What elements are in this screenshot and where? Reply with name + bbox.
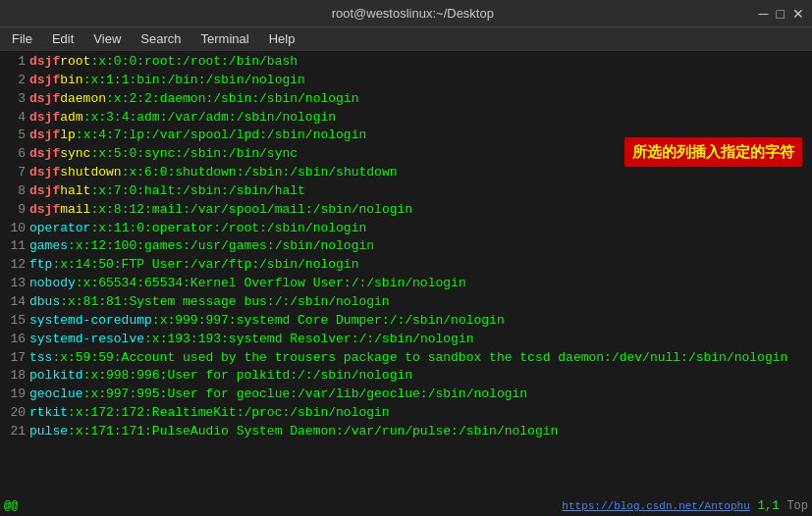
line-content: dsjfmail:x:8:12:mail:/var/spool/mail:/sb… — [29, 201, 412, 220]
close-button[interactable]: ✕ — [792, 7, 804, 21]
line-content: dsjfadm:x:3:4:adm:/var/adm:/sbin/nologin — [29, 109, 336, 128]
line-number: 8 — [4, 182, 26, 201]
table-row: 3dsjfdaemon:x:2:2:daemon:/sbin:/sbin/nol… — [4, 90, 808, 109]
table-row: 13nobody:x:65534:65534:Kernel Overflow U… — [4, 275, 808, 293]
line-number: 15 — [4, 312, 26, 331]
line-content: systemd-coredump:x:999:997:systemd Core … — [29, 312, 505, 331]
menu-item-terminal[interactable]: Terminal — [193, 29, 257, 48]
line-content: geoclue:x:997:995:User for geoclue:/var/… — [29, 386, 527, 404]
line-content: dbus:x:81:81:System message bus:/:/sbin/… — [29, 293, 390, 312]
scroll-position: Top — [786, 498, 808, 515]
line-content: dsjfdaemon:x:2:2:daemon:/sbin:/sbin/nolo… — [29, 90, 358, 109]
bottom-right: https://blog.csdn.net/Antophu 1,1 Top — [562, 498, 808, 515]
line-content: pulse:x:171:171:PulseAudio System Daemon… — [29, 423, 558, 441]
window-controls: ─ □ ✕ — [759, 7, 804, 21]
maximize-button[interactable]: □ — [777, 7, 785, 21]
menu-item-file[interactable]: File — [4, 29, 40, 48]
terminal-area[interactable]: 所选的列插入指定的字符 1dsjfroot:x:0:0:root:/root:/… — [0, 51, 812, 516]
line-content: nobody:x:65534:65534:Kernel Overflow Use… — [29, 275, 466, 293]
table-row: 9dsjfmail:x:8:12:mail:/var/spool/mail:/s… — [4, 201, 808, 220]
line-content: dsjfbin:x:1:1:bin:/bin:/sbin/nologin — [29, 72, 305, 90]
table-row: 10operator:x:11:0:operator:/root:/sbin/n… — [4, 220, 808, 238]
line-content: ftp:x:14:50:FTP User:/var/ftp:/sbin/nolo… — [29, 256, 358, 275]
line-number: 18 — [4, 367, 26, 386]
status-bar: @@ https://blog.csdn.net/Antophu 1,1 Top — [0, 498, 812, 516]
menu-bar: FileEditViewSearchTerminalHelp — [0, 27, 812, 51]
table-row: 19geoclue:x:997:995:User for geoclue:/va… — [4, 386, 808, 404]
table-row: 17tss:x:59:59:Account used by the trouse… — [4, 349, 808, 368]
line-content: polkitd:x:998:996:User for polkitd:/:/sb… — [29, 367, 412, 386]
line-number: 9 — [4, 201, 26, 220]
menu-item-edit[interactable]: Edit — [44, 29, 81, 48]
line-number: 7 — [4, 164, 26, 182]
line-number: 10 — [4, 220, 26, 238]
table-row: 2dsjfbin:x:1:1:bin:/bin:/sbin/nologin — [4, 72, 808, 90]
prompt-indicator: @@ — [4, 498, 18, 515]
line-number: 16 — [4, 331, 26, 349]
line-number: 13 — [4, 275, 26, 293]
window-title: root@westoslinux:~/Desktop — [67, 6, 759, 21]
table-row: 7dsjfshutdown:x:6:0:shutdown:/sbin:/sbin… — [4, 164, 808, 182]
line-content: games:x:12:100:games:/usr/games:/sbin/no… — [29, 237, 374, 256]
line-number: 6 — [4, 145, 26, 164]
table-row: 1dsjfroot:x:0:0:root:/root:/bin/bash — [4, 53, 808, 72]
line-content: dsjfshutdown:x:6:0:shutdown:/sbin:/sbin/… — [29, 164, 398, 182]
table-row: 4dsjfadm:x:3:4:adm:/var/adm:/sbin/nologi… — [4, 109, 808, 128]
line-number: 3 — [4, 90, 26, 109]
line-number: 11 — [4, 237, 26, 256]
table-row: 18polkitd:x:998:996:User for polkitd:/:/… — [4, 367, 808, 386]
table-row: 8dsjfhalt:x:7:0:halt:/sbin:/sbin/halt — [4, 182, 808, 201]
title-bar: root@westoslinux:~/Desktop ─ □ ✕ — [0, 0, 812, 27]
url-link[interactable]: https://blog.csdn.net/Antophu — [562, 499, 749, 515]
terminal-lines: 1dsjfroot:x:0:0:root:/root:/bin/bash2dsj… — [4, 53, 808, 441]
table-row: 20rtkit:x:172:172:RealtimeKit:/proc:/sbi… — [4, 404, 808, 423]
line-content: rtkit:x:172:172:RealtimeKit:/proc:/sbin/… — [29, 404, 390, 423]
line-number: 20 — [4, 404, 26, 423]
table-row: 11games:x:12:100:games:/usr/games:/sbin/… — [4, 237, 808, 256]
line-number: 19 — [4, 386, 26, 404]
line-number: 21 — [4, 423, 26, 441]
table-row: 14dbus:x:81:81:System message bus:/:/sbi… — [4, 293, 808, 312]
line-number: 2 — [4, 72, 26, 90]
line-content: systemd-resolve:x:193:193:systemd Resolv… — [29, 331, 474, 349]
line-number: 1 — [4, 53, 26, 72]
line-content: tss:x:59:59:Account used by the trousers… — [29, 349, 787, 368]
line-content: dsjfsync:x:5:0:sync:/sbin:/bin/sync — [29, 145, 298, 164]
line-content: dsjfhalt:x:7:0:halt:/sbin:/sbin/halt — [29, 182, 305, 201]
table-row: 15systemd-coredump:x:999:997:systemd Cor… — [4, 312, 808, 331]
line-number: 5 — [4, 127, 26, 145]
cursor-position: 1,1 — [758, 498, 780, 515]
line-number: 12 — [4, 256, 26, 275]
line-number: 4 — [4, 109, 26, 128]
minimize-button[interactable]: ─ — [759, 7, 769, 21]
table-row: 21pulse:x:171:171:PulseAudio System Daem… — [4, 423, 808, 441]
table-row: 12ftp:x:14:50:FTP User:/var/ftp:/sbin/no… — [4, 256, 808, 275]
line-content: dsjflp:x:4:7:lp:/var/spool/lpd:/sbin/nol… — [29, 127, 366, 145]
menu-item-search[interactable]: Search — [133, 29, 189, 48]
table-row: 16systemd-resolve:x:193:193:systemd Reso… — [4, 331, 808, 349]
line-number: 14 — [4, 293, 26, 312]
annotation-box: 所选的列插入指定的字符 — [624, 137, 802, 167]
line-number: 17 — [4, 349, 26, 368]
menu-item-view[interactable]: View — [85, 29, 129, 48]
line-content: dsjfroot:x:0:0:root:/root:/bin/bash — [29, 53, 298, 72]
line-content: operator:x:11:0:operator:/root:/sbin/nol… — [29, 220, 366, 238]
menu-item-help[interactable]: Help — [261, 29, 303, 48]
